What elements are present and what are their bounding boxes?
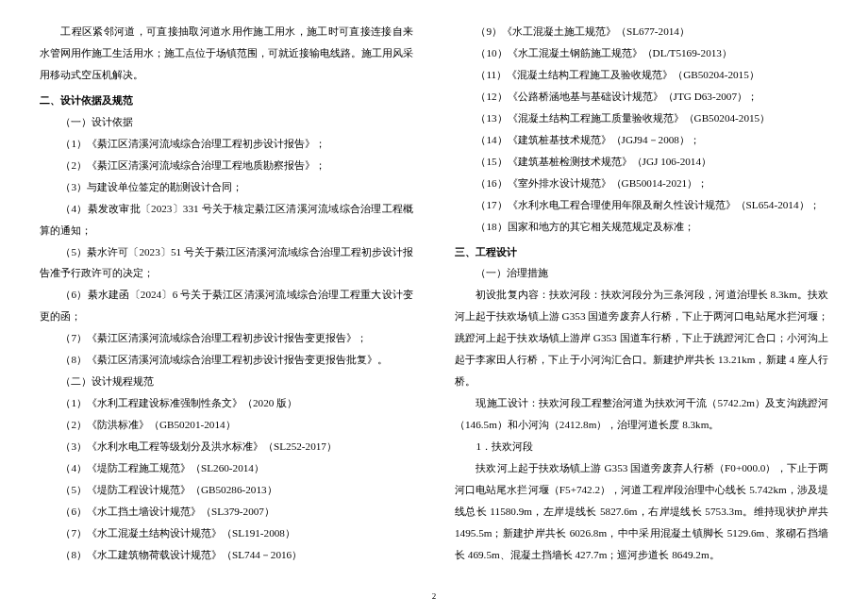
basis-item-1: （1）《綦江区清溪河流域综合治理工程初步设计报告》； xyxy=(40,133,413,155)
subsection-3-1: （一）治理措施 xyxy=(455,262,828,284)
spec-item-9: （9）《水工混凝土施工规范》（SL677-2014） xyxy=(455,21,828,42)
spec-item-1: （1）《水利工程建设标准强制性条文》（2020 版） xyxy=(40,392,413,414)
spec-item-18: （18）国家和地方的其它相关规范规定及标准； xyxy=(455,216,828,238)
spec-item-14: （14）《建筑桩基技术规范》（JGJ94－2008）； xyxy=(455,129,828,151)
intro-text: 工程区紧邻河道，可直接抽取河道水用作施工用水，施工时可直接连接自来水管网用作施工… xyxy=(40,21,413,86)
basis-item-6: （6）綦水建函〔2024〕6 号关于綦江区清溪河流域综合治理工程重大设计变更的函… xyxy=(40,284,413,327)
spec-item-7: （7）《水工混凝土结构设计规范》（SL191-2008） xyxy=(40,523,413,544)
spec-item-13: （13）《混凝土结构工程施工质量验收规范》（GB50204-2015） xyxy=(455,108,828,129)
spec-item-8: （8）《水工建筑物荷载设计规范》（SL744－2016） xyxy=(40,544,413,566)
basis-item-5: （5）綦水许可〔2023〕51 号关于綦江区清溪河流域综合治理工程初步设计报告准… xyxy=(40,241,413,285)
spec-item-2: （2）《防洪标准》（GB50201-2014） xyxy=(40,414,413,436)
design-para-3: 1．扶欢河段 xyxy=(455,436,828,457)
spec-item-16: （16）《室外排水设计规范》（GB50014-2021）； xyxy=(455,173,828,194)
basis-item-4: （4）綦发改审批〔2023〕331 号关于核定綦江区清溪河流域综合治理工程概算的… xyxy=(40,198,413,241)
spec-item-17: （17）《水利水电工程合理使用年限及耐久性设计规范》（SL654-2014）； xyxy=(455,194,828,216)
design-para-2: 现施工设计：扶欢河段工程整治河道为扶欢河干流（5742.2m）及支沟跳蹬河（14… xyxy=(455,392,828,436)
spec-item-4: （4）《堤防工程施工规范》（SL260-2014） xyxy=(40,457,413,479)
spec-item-10: （10）《水工混凝土钢筋施工规范》（DL/T5169-2013） xyxy=(455,42,828,64)
subsection-2-2: （二）设计规程规范 xyxy=(40,371,413,392)
design-para-1: 初设批复内容：扶欢河段：扶欢河段分为三条河段，河道治理长 8.3km。扶欢河上起… xyxy=(455,284,828,392)
spec-item-6: （6）《水工挡土墙设计规范》（SL379-2007） xyxy=(40,501,413,523)
basis-item-8: （8）《綦江区清溪河流域综合治理工程初步设计报告变更报告批复》。 xyxy=(40,349,413,371)
spec-item-5: （5）《堤防工程设计规范》（GB50286-2013） xyxy=(40,479,413,501)
basis-item-3: （3）与建设单位签定的勘测设计合同； xyxy=(40,176,413,198)
page-number: 2 xyxy=(0,588,868,605)
spec-item-3: （3）《水利水电工程等级划分及洪水标准》（SL252-2017） xyxy=(40,436,413,457)
basis-item-7: （7）《綦江区清溪河流域综合治理工程初步设计报告变更报告》； xyxy=(40,327,413,349)
subsection-2-1: （一）设计依据 xyxy=(40,111,413,133)
design-para-4: 扶欢河上起于扶欢场镇上游 G353 国道旁废弃人行桥（F0+000.0），下止于… xyxy=(455,457,828,566)
basis-item-2: （2）《綦江区清溪河流域综合治理工程地质勘察报告》； xyxy=(40,155,413,176)
spec-item-12: （12）《公路桥涵地基与基础设计规范》（JTG D63-2007）； xyxy=(455,86,828,108)
section-3-heading: 三、工程设计 xyxy=(455,241,828,263)
spec-item-11: （11）《混凝土结构工程施工及验收规范》（GB50204-2015） xyxy=(455,64,828,86)
section-2-heading: 二、设计依据及规范 xyxy=(40,90,413,111)
spec-item-15: （15）《建筑基桩检测技术规范》（JGJ 106-2014） xyxy=(455,151,828,173)
